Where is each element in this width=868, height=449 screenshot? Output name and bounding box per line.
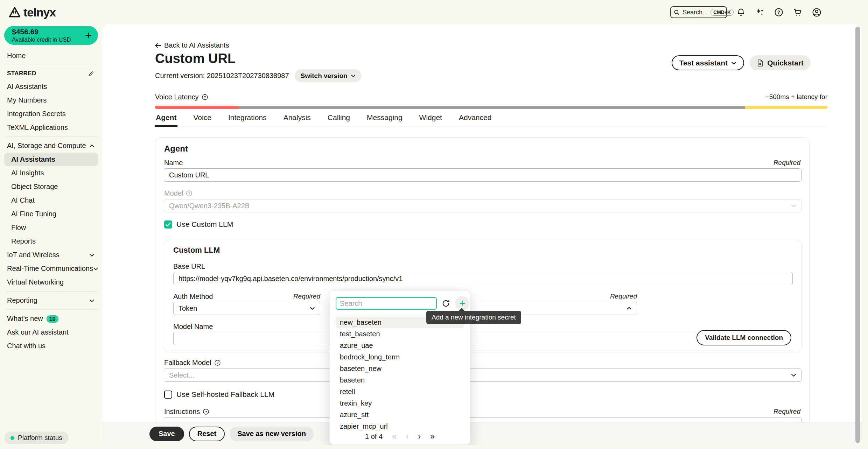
agent-section-card: Agent Name Required Model ? Qwen/Qwen3-2… <box>155 137 810 445</box>
fallback-model-help-icon[interactable]: ? <box>214 359 221 366</box>
dropdown-search-row: + <box>336 296 464 311</box>
tab-widget[interactable]: Widget <box>419 113 443 127</box>
last-page-button[interactable]: » <box>430 433 435 441</box>
dropdown-option[interactable]: baseten_new <box>336 363 464 374</box>
save-as-new-version-button[interactable]: Save as new version <box>230 427 314 441</box>
sidebar-group-ai-storage-compute[interactable]: AI, Storage and Compute <box>4 139 98 153</box>
tab-advanced[interactable]: Advanced <box>458 113 492 127</box>
sidebar-divider <box>5 136 97 137</box>
document-icon <box>757 59 764 67</box>
agent-section-title: Agent <box>164 144 188 154</box>
sidebar-item-integration-secrets[interactable]: Integration Secrets <box>4 107 98 121</box>
name-input[interactable] <box>164 168 802 182</box>
first-page-button[interactable]: « <box>392 433 397 441</box>
voice-latency-section: Voice Latency ? ~500ms + latency for <box>155 93 827 109</box>
chevron-down-icon <box>89 253 94 257</box>
edit-starred-icon[interactable] <box>88 70 94 77</box>
sidebar-item-reports[interactable]: Reports <box>4 234 98 248</box>
sidebar-group-real-time-communications[interactable]: Real-Time Communications <box>4 262 98 275</box>
use-self-hosted-fallback-checkbox[interactable]: Use Self-hosted Fallback LLM <box>164 390 274 399</box>
dropdown-option[interactable]: zapier_mcp_url <box>336 421 464 432</box>
dropdown-option[interactable]: retell <box>336 386 464 398</box>
instructions-help-icon[interactable]: ? <box>203 408 209 415</box>
tab-agent[interactable]: Agent <box>155 113 177 127</box>
tab-integrations[interactable]: Integrations <box>227 113 267 127</box>
svg-text:?: ? <box>205 410 207 414</box>
sidebar-group-reporting[interactable]: Reporting <box>4 294 98 307</box>
dropdown-option[interactable]: bedrock_long_term <box>336 351 464 363</box>
tab-voice[interactable]: Voice <box>193 113 212 127</box>
sidebar-item-ai-insights[interactable]: AI Insights <box>4 166 98 180</box>
model-help-icon[interactable]: ? <box>186 190 192 197</box>
sidebar-item-texml-applications[interactable]: TeXML Applications <box>4 121 98 134</box>
credit-amount: $456.69 <box>12 28 71 36</box>
prev-page-button[interactable]: ‹ <box>406 433 409 441</box>
global-search[interactable]: Search... CMD+K <box>670 6 727 18</box>
dropdown-option[interactable]: trexin_key <box>336 398 464 409</box>
account-avatar-icon[interactable] <box>812 7 822 17</box>
dropdown-option[interactable]: azure_uae <box>336 340 464 351</box>
sidebar-group-iot-wireless[interactable]: IoT and Wireless <box>4 248 98 262</box>
use-custom-llm-checkbox[interactable]: Use Custom LLM <box>164 220 233 229</box>
refresh-icon[interactable] <box>441 299 450 308</box>
sidebar-item-ai-fine-tuning[interactable]: AI Fine Tuning <box>4 207 98 221</box>
next-page-button[interactable]: › <box>418 433 421 441</box>
sidebar-divider <box>5 309 97 310</box>
sidebar-item-ai-chat[interactable]: AI Chat <box>4 194 98 207</box>
save-button[interactable]: Save <box>149 427 184 441</box>
custom-llm-title: Custom LLM <box>173 246 220 255</box>
sidebar-item-my-numbers[interactable]: My Numbers <box>4 93 98 107</box>
auth-method-required-label: Required <box>173 293 320 300</box>
back-to-ai-assistants-link[interactable]: Back to AI Assistants <box>155 41 229 49</box>
cart-icon[interactable] <box>793 7 803 17</box>
sidebar-item-ai-assistants[interactable]: AI Assistants <box>4 153 98 166</box>
telnyx-logo[interactable]: telnyx <box>8 6 56 19</box>
model-label-row: Model ? <box>164 189 192 197</box>
sidebar-item-home[interactable]: Home <box>4 49 98 63</box>
fallback-model-select[interactable]: Select... <box>164 369 802 382</box>
voice-latency-help-icon[interactable]: ? <box>202 94 208 100</box>
chevron-down-icon <box>93 267 98 271</box>
reset-button[interactable]: Reset <box>189 427 225 441</box>
svg-text:?: ? <box>204 95 206 99</box>
sidebar-item-ai-assistants-starred[interactable]: AI Assistants <box>4 80 98 93</box>
dropdown-option[interactable]: baseten <box>336 374 464 386</box>
dropdown-option[interactable]: azure_stt <box>336 409 464 421</box>
validate-llm-connection-button[interactable]: Validate LLM connection <box>696 330 791 345</box>
search-icon <box>674 9 680 15</box>
logo-wordmark: telnyx <box>23 6 56 19</box>
credit-balance-card[interactable]: $456.69 Available credit in USD + <box>4 26 98 45</box>
base-url-label: Base URL <box>173 262 205 271</box>
vertical-scrollbar[interactable] <box>855 27 860 443</box>
base-url-input[interactable] <box>173 272 793 285</box>
auth-method-select[interactable]: Token <box>173 302 320 315</box>
test-assistant-button[interactable]: Test assistant <box>672 55 744 70</box>
sidebar-item-object-storage[interactable]: Object Storage <box>4 180 98 194</box>
add-integration-secret-tooltip: Add a new integration secret <box>426 311 521 324</box>
version-row: Current version: 20251023T202730838987 S… <box>155 69 362 82</box>
notifications-bell-icon[interactable] <box>736 7 746 17</box>
sidebar-item-whats-new[interactable]: What's new10 <box>4 312 98 325</box>
platform-status-button[interactable]: Platform status <box>4 432 69 444</box>
sidebar-starred-header: STARRED <box>4 67 98 80</box>
sidebar-item-chat-with-us[interactable]: Chat with us <box>4 339 98 353</box>
chevron-up-icon <box>626 307 632 310</box>
quickstart-button[interactable]: Quickstart <box>750 55 811 70</box>
tab-messaging[interactable]: Messaging <box>366 113 403 127</box>
chevron-up-icon <box>89 144 94 148</box>
add-credit-button[interactable]: + <box>85 30 92 41</box>
tab-analysis[interactable]: Analysis <box>283 113 312 127</box>
sidebar-item-ask-ai-assistant[interactable]: Ask our AI assistant <box>4 325 98 339</box>
name-label: Name <box>164 159 183 167</box>
tab-calling[interactable]: Calling <box>327 113 351 127</box>
dropdown-search-input[interactable] <box>336 297 437 310</box>
help-icon[interactable]: ? <box>774 7 784 17</box>
ai-sparkles-icon[interactable] <box>755 7 765 17</box>
back-arrow-icon <box>155 43 161 48</box>
sidebar-item-virtual-networking[interactable]: Virtual Networking <box>4 275 98 289</box>
sidebar-item-flow[interactable]: Flow <box>4 221 98 234</box>
switch-version-button[interactable]: Switch version <box>295 69 362 82</box>
dropdown-option[interactable]: test_baseten <box>336 328 464 340</box>
chevron-down-icon <box>731 61 736 65</box>
main-panel: Back to AI Assistants Custom URL Current… <box>102 24 862 445</box>
